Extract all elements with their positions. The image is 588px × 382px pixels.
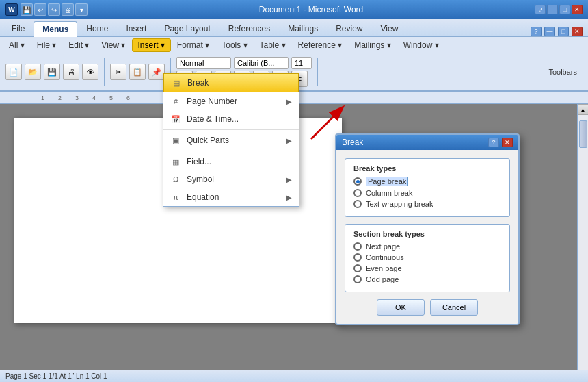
radio-column-break-circle <box>353 189 362 197</box>
menu-insert[interactable]: Insert ▾ <box>132 38 171 52</box>
radio-page-break[interactable]: Page break <box>353 177 501 186</box>
break-types-label: Break types <box>353 164 501 173</box>
radio-continuous-circle <box>353 253 362 262</box>
text-wrapping-label: Text wrapping break <box>366 200 433 208</box>
radio-odd-page[interactable]: Odd page <box>353 275 501 283</box>
radio-even-page[interactable]: Even page <box>353 264 501 272</box>
cancel-button[interactable]: Cancel <box>430 299 478 316</box>
cut-button[interactable]: ✂ <box>110 64 126 80</box>
menu-mailings[interactable]: Mailings ▾ <box>348 38 397 52</box>
print-button[interactable]: 🖨 <box>62 3 74 16</box>
tab-page-layout[interactable]: Page Layout <box>155 21 219 36</box>
tab-mailings[interactable]: Mailings <box>279 21 327 36</box>
menu-item-break[interactable]: ▤ Break <box>163 73 299 92</box>
break-types-group: Break types Page break Column break Text… <box>345 158 510 217</box>
menu-item-quick-parts[interactable]: ▣ Quick Parts ▶ <box>163 131 299 149</box>
tab-menus[interactable]: Menus <box>34 21 77 37</box>
break-label: Break <box>187 78 209 88</box>
menu-edit[interactable]: Edit ▾ <box>62 38 95 52</box>
radio-next-page[interactable]: Next page <box>353 242 501 251</box>
scroll-track[interactable] <box>578 115 588 371</box>
radio-text-wrapping-circle <box>353 200 362 208</box>
menu-item-date-time[interactable]: 📅 Date & Time... <box>163 110 299 128</box>
restore-button[interactable]: □ <box>559 5 570 14</box>
scroll-up-button[interactable]: ▲ <box>578 104 589 115</box>
tab-home[interactable]: Home <box>77 21 117 36</box>
menu-table[interactable]: Table ▾ <box>254 38 292 52</box>
copy-button[interactable]: 📋 <box>129 64 146 80</box>
equation-arrow: ▶ <box>286 194 292 201</box>
radio-column-break[interactable]: Column break <box>353 189 501 197</box>
even-page-label: Even page <box>366 264 402 272</box>
field-label: Field... <box>187 157 211 166</box>
undo-button[interactable]: ↩ <box>34 3 46 16</box>
tab-review[interactable]: Review <box>327 21 371 36</box>
new-button[interactable]: 📄 <box>5 64 22 80</box>
radio-next-page-circle <box>353 242 362 251</box>
dialog-buttons: OK Cancel <box>345 299 510 316</box>
section-break-types-group: Section break types Next page Continuous… <box>345 224 510 292</box>
style-selector[interactable]: Normal <box>176 57 231 69</box>
dialog-help-button[interactable]: ? <box>488 138 499 147</box>
equation-icon: π <box>170 192 181 203</box>
title-bar-left: W 💾 ↩ ↪ 🖨 ▾ <box>5 3 88 16</box>
quick-access-toolbar: 💾 ↩ ↪ 🖨 ▾ <box>21 3 88 16</box>
menu-item-symbol[interactable]: Ω Symbol ▶ <box>163 170 299 188</box>
break-icon: ▤ <box>171 77 182 88</box>
dropdown-separator-1 <box>163 129 299 130</box>
menu-view[interactable]: View ▾ <box>95 38 131 52</box>
scroll-thumb[interactable] <box>579 120 587 148</box>
tab-references[interactable]: References <box>219 21 279 36</box>
break-dialog: Break ? ✕ Break types Page break Column … <box>335 133 520 325</box>
menu-format[interactable]: Format ▾ <box>171 38 215 52</box>
ok-button[interactable]: OK <box>377 299 425 316</box>
close-button[interactable]: ✕ <box>572 5 583 14</box>
preview-button[interactable]: 👁 <box>82 64 98 80</box>
radio-text-wrapping-break[interactable]: Text wrapping break <box>353 200 501 208</box>
help-button[interactable]: ? <box>535 5 546 14</box>
next-page-label: Next page <box>366 242 400 251</box>
page-number-arrow: ▶ <box>286 98 292 105</box>
dialog-title: Break <box>342 138 363 147</box>
radio-continuous[interactable]: Continuous <box>353 253 501 262</box>
toolbars-label: Toolbars <box>548 68 577 76</box>
font-size-selector[interactable]: 11 <box>291 57 312 69</box>
save-button[interactable]: 💾 <box>21 3 33 16</box>
save-toolbar-button[interactable]: 💾 <box>44 64 60 80</box>
open-button[interactable]: 📂 <box>25 64 41 80</box>
menu-item-equation[interactable]: π Equation ▶ <box>163 188 299 206</box>
quick-parts-arrow: ▶ <box>286 137 292 144</box>
menu-reference[interactable]: Reference ▾ <box>292 38 349 52</box>
radio-even-page-circle <box>353 264 362 272</box>
dialog-close-button[interactable]: ✕ <box>502 138 513 147</box>
window-controls: ? — □ ✕ <box>535 5 583 14</box>
odd-page-label: Odd page <box>366 275 399 283</box>
minimize-button[interactable]: — <box>547 5 558 14</box>
tab-file[interactable]: File <box>3 21 34 36</box>
date-time-icon: 📅 <box>170 114 181 125</box>
menu-file[interactable]: File ▾ <box>31 38 63 52</box>
radio-page-break-circle <box>353 177 362 186</box>
menu-all[interactable]: All ▾ <box>3 38 31 52</box>
quick-parts-icon: ▣ <box>170 135 181 146</box>
tab-insert[interactable]: Insert <box>117 21 155 36</box>
menu-item-field[interactable]: ▦ Field... <box>163 153 299 170</box>
help-ribbon-button[interactable]: ? <box>531 27 542 36</box>
dropdown-arrow-button[interactable]: ▾ <box>75 3 88 16</box>
close-ribbon-button[interactable]: ✕ <box>572 27 583 36</box>
insert-dropdown-menu: ▤ Break # Page Number ▶ 📅 Date & Time...… <box>163 73 299 207</box>
minimize-ribbon-button[interactable]: — <box>544 27 555 36</box>
print-toolbar-button[interactable]: 🖨 <box>63 64 79 80</box>
continuous-label: Continuous <box>366 253 404 262</box>
menu-window[interactable]: Window ▾ <box>397 38 445 52</box>
ribbon-tabs: File Menus Home Insert Page Layout Refer… <box>0 19 588 37</box>
section-types-label: Section break types <box>353 230 501 238</box>
font-selector[interactable]: Calibri (B... <box>234 57 289 69</box>
vertical-scrollbar[interactable]: ▲ ▼ <box>577 104 588 382</box>
tab-view[interactable]: View <box>372 21 407 36</box>
redo-button[interactable]: ↪ <box>48 3 60 16</box>
restore-ribbon-button[interactable]: □ <box>558 27 569 36</box>
radio-odd-page-circle <box>353 275 362 283</box>
menu-item-page-number[interactable]: # Page Number ▶ <box>163 92 299 110</box>
menu-tools[interactable]: Tools ▾ <box>215 38 253 52</box>
